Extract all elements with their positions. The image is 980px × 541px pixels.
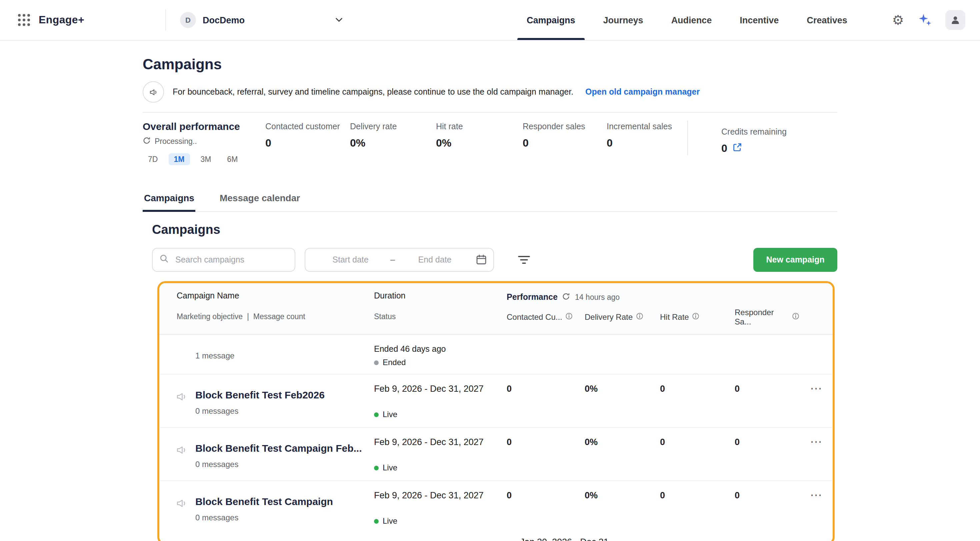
col-performance: Performance 14 hours ago [500,291,833,303]
table-row[interactable]: Block Benefit Test Campaign 0 messages F… [159,481,833,534]
status-dot-live [374,465,379,470]
search-input[interactable] [174,254,288,265]
row-actions-menu[interactable]: ⋯ [799,489,833,498]
message-count: 0 messages [195,406,374,416]
start-date-field[interactable]: Start date [312,255,389,265]
col-responder-sales: Responder Sa... [727,308,799,327]
info-icon[interactable] [566,313,573,322]
org-selector[interactable]: D DocDemo [180,0,343,40]
status-badge: Live [374,516,500,526]
row-actions-menu[interactable]: ⋯ [799,436,833,445]
date-range-picker: Start date – End date [305,248,494,272]
sparkles-icon[interactable] [917,13,932,27]
chevron-down-icon [335,17,343,23]
credits-remaining: Credits remaining 0 [721,127,787,155]
col-subheader-name: Marketing objective | Message count [159,313,374,327]
main-nav: Campaigns Journeys Audience Incentive Cr… [527,0,847,40]
filter-icon[interactable] [514,251,534,268]
campaign-duration: Feb 9, 2026 - Dec 31, 2027 [374,436,500,447]
app-launcher-icon[interactable] [18,14,30,26]
org-avatar: D [180,12,196,28]
info-icon[interactable] [692,313,700,322]
processing-label: Processing.. [155,137,197,145]
table-row[interactable]: Block Benefit Test Campaign Feb... 0 mes… [159,427,833,481]
tab-message-calendar[interactable]: Message calendar [218,192,301,212]
range-3m[interactable]: 3M [195,153,216,165]
top-bar: Engage+ D DocDemo Campaigns Journeys Aud… [0,0,980,41]
banner-text: For bounceback, referral, survey and tim… [173,87,573,97]
contacted-customer-value: 0 [500,436,578,447]
table-row[interactable]: 1 message Ended 46 days ago Ended [159,335,833,374]
app-logo: Engage+ [39,14,84,26]
tab-campaigns[interactable]: Campaigns [143,192,196,212]
info-icon[interactable] [792,313,799,322]
campaigns-table: Campaign Name Duration Performance 14 ho… [158,281,835,541]
status-dot-live [374,412,379,417]
row-actions-menu[interactable]: ⋯ [799,382,833,392]
performance-refreshed-time: 14 hours ago [575,293,620,301]
gear-icon[interactable]: ⚙ [892,13,904,27]
megaphone-icon [159,489,195,510]
col-duration: Duration [374,291,500,303]
refresh-icon[interactable] [143,136,151,146]
section-title: Campaigns [152,222,837,237]
credits-value: 0 [721,143,727,155]
metric-contacted-customer: Contacted customer 0 [265,122,340,149]
status-dot-live [374,519,379,524]
metric-hit-rate: Hit rate 0% [436,122,463,149]
contacted-customer-value: 0 [500,382,578,394]
range-7d[interactable]: 7D [143,153,163,165]
refresh-icon[interactable] [562,291,570,303]
col-hit-rate: Hit Rate [653,308,727,327]
campaign-name-link[interactable]: Block Benefit Test Campaign [195,489,374,507]
search-box [152,248,295,272]
col-campaign-name: Campaign Name [159,291,374,303]
status-badge: Live [374,410,500,419]
campaigns-section: Campaigns Start date – End date [143,222,837,541]
topbar-divider [165,10,166,31]
logo-area: Engage+ [18,0,84,40]
responder-sales-value: 0 [727,382,799,394]
responder-sales-value: 0 [727,489,799,500]
external-link-icon[interactable] [733,143,742,155]
overall-performance-section: Overall performance Processing.. 7D 1M 3… [143,121,837,173]
status-badge: Ended [374,358,500,367]
hit-rate-value: 0 [653,489,727,500]
hit-rate-value: 0 [653,436,727,447]
calendar-icon[interactable] [476,254,487,265]
range-1m[interactable]: 1M [168,153,190,165]
end-date-field[interactable]: End date [396,255,473,265]
info-banner: For bounceback, referral, survey and tim… [143,81,837,103]
search-icon [159,254,169,266]
delivery-rate-value: 0% [578,489,653,500]
campaign-name-link[interactable]: Block Benefit Test Campaign Feb... [195,436,374,454]
metrics-divider [687,121,688,155]
nav-item-creatives[interactable]: Creatives [807,0,847,40]
contacted-customer-value: 0 [500,489,578,500]
info-icon[interactable] [636,313,643,322]
nav-item-audience[interactable]: Audience [671,0,712,40]
user-avatar[interactable] [945,10,965,30]
col-contacted-customer: Contacted Cu... [500,308,578,327]
message-count: 0 messages [195,460,374,469]
nav-item-incentive[interactable]: Incentive [740,0,779,40]
campaign-name-link[interactable]: Block Benefit Test Feb2026 [195,382,374,400]
campaign-duration: Ended 46 days ago [374,343,500,354]
table-row[interactable]: Block Benefit Test Feb2026 0 messages Fe… [159,374,833,427]
topbar-actions: ⚙ [892,0,965,40]
campaign-duration: Feb 9, 2026 - Dec 31, 2027 [374,382,500,394]
delivery-rate-value: 0% [578,382,653,394]
col-status: Status [374,313,500,327]
metric-responder-sales: Responder sales 0 [523,122,585,149]
delivery-rate-value: 0% [578,436,653,447]
open-old-campaign-manager-link[interactable]: Open old campaign manager [585,87,700,97]
page-title: Campaigns [143,56,837,73]
nav-item-campaigns[interactable]: Campaigns [527,0,575,40]
range-6m[interactable]: 6M [222,153,243,165]
responder-sales-value: 0 [727,436,799,447]
status-dot-ended [374,360,379,365]
new-campaign-button[interactable]: New campaign [753,248,837,272]
time-range-selector: 7D 1M 3M 6M [143,153,837,165]
cutoff-row-duration: Jan 30, 2026 - Dec 31 [520,537,609,541]
nav-item-journeys[interactable]: Journeys [603,0,643,40]
